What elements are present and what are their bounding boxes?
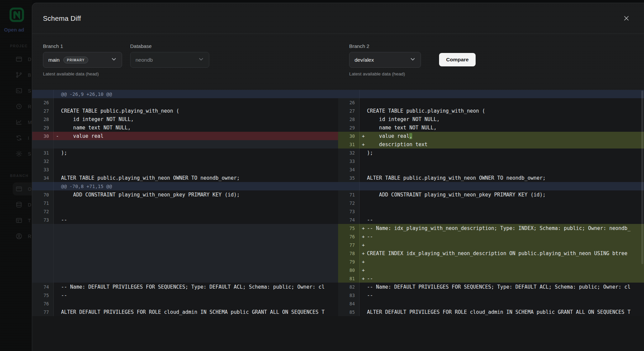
diff-row-context: 71 ADD CONSTRAINT playing_with_neon_pkey…: [338, 190, 644, 199]
line-number: 34: [338, 165, 360, 174]
line-number: 75: [32, 291, 54, 299]
code-text: [61, 299, 338, 308]
database-select[interactable]: neondb: [130, 52, 209, 68]
diff-row-spacer: [32, 274, 338, 283]
diff-sign: [54, 90, 61, 98]
diff-sign: +: [360, 132, 367, 140]
diff-pane-right: 2627CREATE TABLE public.playing_with_neo…: [338, 90, 644, 316]
diff-sign: +: [360, 140, 367, 149]
line-number: 27: [32, 107, 54, 115]
line-number: 29: [32, 123, 54, 132]
diff-row-context: 83--: [338, 291, 644, 299]
diff-row-context: 32);: [338, 149, 644, 157]
diff-row-context: 84: [338, 299, 644, 308]
line-number: [32, 274, 54, 283]
diff-row-context: 74--: [338, 216, 644, 224]
line-number: [338, 90, 360, 98]
modal-backdrop: [0, 0, 32, 351]
diff-row-del: 30- value real: [32, 132, 338, 140]
hunk-header-text: @@ -26,9 +26,10 @@: [61, 90, 338, 98]
line-number: 76: [32, 299, 54, 308]
diff-row-context: 34: [338, 165, 644, 174]
scrollbar-thumb[interactable]: [641, 91, 643, 264]
diff-row-context: 29 name text NOT NULL,: [32, 123, 338, 132]
diff-pane-left: @@ -26,9 +26,10 @@2627CREATE TABLE publi…: [32, 90, 338, 316]
branch2-value: dev/alex: [355, 57, 374, 63]
diff-sign: +: [360, 232, 367, 241]
code-text: [367, 257, 644, 266]
diff-sign: +: [360, 274, 367, 283]
diff-row-context: 27CREATE TABLE public.playing_with_neon …: [338, 107, 644, 115]
primary-badge: PRIMARY: [63, 57, 89, 63]
diff-sign: [360, 90, 367, 98]
line-number: 35: [338, 174, 360, 182]
compare-button[interactable]: Compare: [439, 53, 476, 66]
line-number: 33: [32, 165, 54, 174]
diff-view: @@ -26,9 +26,10 @@2627CREATE TABLE publi…: [32, 90, 644, 316]
diff-row-context: 76: [32, 299, 338, 308]
close-icon: [623, 15, 630, 21]
diff-row-context: 77ALTER DEFAULT PRIVILEGES FOR ROLE clou…: [32, 308, 338, 316]
code-text: ADD CONSTRAINT playing_with_neon_pkey PR…: [61, 190, 338, 199]
diff-sign: [54, 299, 61, 308]
diff-sign: -: [54, 132, 61, 140]
line-number: 30: [338, 132, 360, 140]
line-number: 84: [338, 299, 360, 308]
diff-sign: [54, 107, 61, 115]
diff-sign: [54, 308, 61, 316]
diff-sign: [360, 216, 367, 224]
diff-row-add: 79+: [338, 257, 644, 266]
diff-row-context: 73--: [32, 216, 338, 224]
code-text: );: [61, 149, 338, 157]
line-number: 26: [338, 98, 360, 107]
database-label: Database: [130, 43, 209, 49]
diff-row-add: 78+CREATE INDEX idx_playing_with_neon_de…: [338, 249, 644, 257]
page-title: Schema Diff: [43, 14, 81, 22]
code-text: [61, 249, 338, 257]
code-text: id integer NOT NULL,: [367, 115, 644, 123]
diff-row-spacer: [32, 224, 338, 232]
code-text: [61, 98, 338, 107]
line-number: 82: [338, 283, 360, 291]
diff-row-context: 70 ADD CONSTRAINT playing_with_neon_pkey…: [32, 190, 338, 199]
diff-row-spacer: [32, 232, 338, 241]
diff-row-spacer: [32, 140, 338, 149]
line-number: [32, 90, 54, 98]
diff-sign: [360, 299, 367, 308]
code-text: name text NOT NULL,: [367, 123, 644, 132]
code-text: [367, 266, 644, 274]
close-button[interactable]: [621, 13, 632, 24]
diff-sign: [360, 115, 367, 123]
line-number: 79: [338, 257, 360, 266]
diff-row-context: 85ALTER DEFAULT PRIVILEGES FOR ROLE clou…: [338, 308, 644, 316]
diff-sign: [54, 216, 61, 224]
diff-sign: [360, 174, 367, 182]
branch2-field: Branch 2 dev/alex Latest available data …: [349, 43, 421, 76]
diff-sign: [54, 266, 61, 274]
diff-sign: [360, 308, 367, 316]
diff-sign: [54, 199, 61, 207]
line-number: 76: [338, 232, 360, 241]
code-text: value real,: [367, 132, 644, 140]
line-number: 29: [338, 123, 360, 132]
line-number: 72: [32, 207, 54, 216]
hunk-header-text: [367, 90, 644, 98]
diff-row-context: 74-- Name: DEFAULT PRIVILEGES FOR SEQUEN…: [32, 283, 338, 291]
code-text: [61, 165, 338, 174]
sidebar: Open ad PROJEC DBSRMIS BRANCH ODTR: [0, 0, 32, 351]
diff-sign: [54, 207, 61, 216]
code-text: [61, 140, 338, 149]
diff-sign: [360, 107, 367, 115]
branch2-select[interactable]: dev/alex: [349, 52, 421, 68]
line-number: [32, 249, 54, 257]
line-number: 31: [338, 140, 360, 149]
diff-row-context: 72: [32, 207, 338, 216]
diff-row-spacer: [32, 249, 338, 257]
diff-sign: [54, 174, 61, 182]
diff-sign: [54, 165, 61, 174]
line-number: 71: [32, 199, 54, 207]
modal-header: Schema Diff: [32, 3, 644, 34]
branch1-select[interactable]: main PRIMARY: [43, 52, 122, 68]
diff-sign: [54, 224, 61, 232]
line-number: 81: [338, 274, 360, 283]
